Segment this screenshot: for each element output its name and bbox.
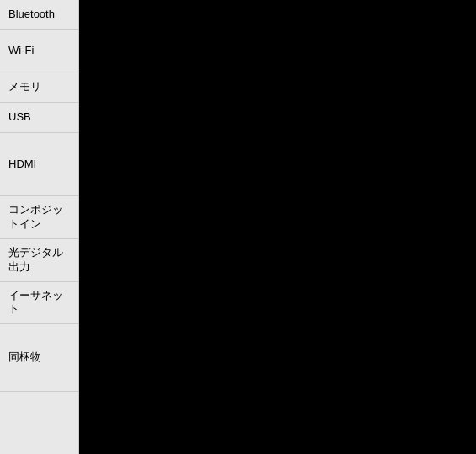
sidebar-item-memory[interactable]: メモリ [0, 72, 78, 103]
sidebar-item-label: 同梱物 [8, 350, 41, 365]
sidebar-item-label: イーサネット [8, 289, 70, 318]
sidebar-item-ethernet[interactable]: イーサネット [0, 282, 78, 325]
sidebar-item-hdmi[interactable]: HDMI [0, 133, 78, 196]
sidebar-item-label: コンポジットイン [8, 203, 70, 232]
sidebar-item-label: Bluetooth [8, 8, 55, 22]
sidebar-item-accessories[interactable]: 同梱物 [0, 324, 78, 392]
sidebar-item-usb[interactable]: USB [0, 103, 78, 133]
sidebar-item-composite-in[interactable]: コンポジットイン [0, 196, 78, 239]
sidebar-item-label: HDMI [8, 158, 36, 172]
sidebar-item-label: メモリ [8, 80, 41, 94]
sidebar-item-bluetooth[interactable]: Bluetooth [0, 0, 78, 30]
sidebar-item-label: USB [8, 110, 31, 125]
sidebar-item-label: Wi-Fi [8, 44, 34, 58]
sidebar-item-optical-out[interactable]: 光デジタル出力 [0, 239, 78, 282]
sidebar-item-label: 光デジタル出力 [8, 246, 70, 275]
sidebar: Bluetooth Wi-Fi メモリ USB HDMI コンポジットイン 光デ… [0, 0, 79, 454]
sidebar-item-wifi[interactable]: Wi-Fi [0, 30, 78, 72]
